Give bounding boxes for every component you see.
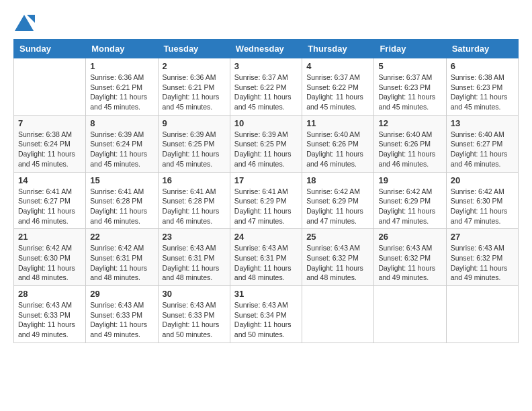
- calendar-day-cell: 20Sunrise: 6:42 AMSunset: 6:30 PMDayligh…: [446, 172, 518, 229]
- calendar-day-header: Sunday: [14, 40, 86, 58]
- calendar-day-header: Saturday: [446, 40, 518, 58]
- day-number: 29: [90, 289, 153, 299]
- calendar-day-cell: 1Sunrise: 6:36 AMSunset: 6:21 PMDaylight…: [86, 58, 158, 116]
- calendar-day-cell: 4Sunrise: 6:37 AMSunset: 6:22 PMDaylight…: [302, 58, 374, 116]
- day-info: Sunrise: 6:43 AMSunset: 6:32 PMDaylight:…: [378, 243, 441, 283]
- calendar-day-cell: 12Sunrise: 6:40 AMSunset: 6:26 PMDayligh…: [374, 115, 446, 172]
- calendar-day-cell: 29Sunrise: 6:43 AMSunset: 6:33 PMDayligh…: [86, 286, 158, 343]
- day-number: 14: [18, 175, 81, 185]
- calendar-day-header: Tuesday: [158, 40, 230, 58]
- day-info: Sunrise: 6:43 AMSunset: 6:31 PMDaylight:…: [163, 243, 226, 283]
- calendar-day-cell: 30Sunrise: 6:43 AMSunset: 6:33 PMDayligh…: [158, 286, 230, 343]
- calendar-day-cell: 31Sunrise: 6:43 AMSunset: 6:34 PMDayligh…: [230, 286, 302, 343]
- day-number: 12: [378, 118, 441, 128]
- calendar-day-header: Friday: [374, 40, 446, 58]
- day-number: 8: [90, 118, 153, 128]
- day-info: Sunrise: 6:43 AMSunset: 6:33 PMDaylight:…: [163, 300, 226, 340]
- day-info: Sunrise: 6:40 AMSunset: 6:26 PMDaylight:…: [306, 130, 369, 169]
- calendar-day-cell: 16Sunrise: 6:41 AMSunset: 6:28 PMDayligh…: [158, 172, 230, 229]
- day-info: Sunrise: 6:42 AMSunset: 6:31 PMDaylight:…: [90, 243, 153, 283]
- day-number: 28: [18, 289, 81, 299]
- calendar-day-cell: 2Sunrise: 6:36 AMSunset: 6:21 PMDaylight…: [158, 58, 230, 116]
- calendar-day-cell: 28Sunrise: 6:43 AMSunset: 6:33 PMDayligh…: [14, 286, 86, 343]
- calendar-day-cell: 7Sunrise: 6:38 AMSunset: 6:24 PMDaylight…: [14, 115, 86, 172]
- calendar-day-cell: 14Sunrise: 6:41 AMSunset: 6:27 PMDayligh…: [14, 172, 86, 229]
- calendar-day-header: Monday: [86, 40, 158, 58]
- day-info: Sunrise: 6:37 AMSunset: 6:22 PMDaylight:…: [306, 73, 369, 112]
- calendar-week-row: 14Sunrise: 6:41 AMSunset: 6:27 PMDayligh…: [14, 172, 519, 229]
- day-number: 10: [234, 118, 298, 128]
- page-header: [13, 13, 519, 32]
- calendar-week-row: 28Sunrise: 6:43 AMSunset: 6:33 PMDayligh…: [14, 286, 519, 343]
- calendar-day-cell: 11Sunrise: 6:40 AMSunset: 6:26 PMDayligh…: [302, 115, 374, 172]
- day-number: 31: [234, 289, 298, 299]
- day-number: 21: [18, 232, 81, 242]
- day-info: Sunrise: 6:42 AMSunset: 6:29 PMDaylight:…: [378, 187, 441, 226]
- day-info: Sunrise: 6:41 AMSunset: 6:28 PMDaylight:…: [163, 187, 226, 226]
- calendar-day-cell: 19Sunrise: 6:42 AMSunset: 6:29 PMDayligh…: [374, 172, 446, 229]
- day-info: Sunrise: 6:37 AMSunset: 6:23 PMDaylight:…: [378, 73, 441, 112]
- day-info: Sunrise: 6:39 AMSunset: 6:25 PMDaylight:…: [163, 130, 226, 169]
- day-info: Sunrise: 6:38 AMSunset: 6:24 PMDaylight:…: [18, 130, 81, 169]
- day-info: Sunrise: 6:41 AMSunset: 6:27 PMDaylight:…: [18, 187, 81, 226]
- day-info: Sunrise: 6:43 AMSunset: 6:31 PMDaylight:…: [234, 243, 298, 283]
- calendar-day-cell: 25Sunrise: 6:43 AMSunset: 6:32 PMDayligh…: [302, 229, 374, 286]
- day-info: Sunrise: 6:43 AMSunset: 6:32 PMDaylight:…: [306, 243, 369, 283]
- day-info: Sunrise: 6:42 AMSunset: 6:30 PMDaylight:…: [451, 187, 514, 226]
- calendar-header-row: SundayMondayTuesdayWednesdayThursdayFrid…: [14, 40, 519, 58]
- day-number: 17: [234, 175, 298, 185]
- day-info: Sunrise: 6:37 AMSunset: 6:22 PMDaylight:…: [234, 73, 298, 112]
- day-number: 1: [90, 61, 153, 71]
- day-number: 2: [163, 61, 226, 71]
- day-number: 24: [234, 232, 298, 242]
- day-info: Sunrise: 6:40 AMSunset: 6:26 PMDaylight:…: [378, 130, 441, 169]
- calendar-day-cell: 15Sunrise: 6:41 AMSunset: 6:28 PMDayligh…: [86, 172, 158, 229]
- calendar-day-cell: 10Sunrise: 6:39 AMSunset: 6:25 PMDayligh…: [230, 115, 302, 172]
- day-info: Sunrise: 6:41 AMSunset: 6:28 PMDaylight:…: [90, 187, 153, 226]
- calendar-day-cell: 24Sunrise: 6:43 AMSunset: 6:31 PMDayligh…: [230, 229, 302, 286]
- calendar-day-cell: 17Sunrise: 6:41 AMSunset: 6:29 PMDayligh…: [230, 172, 302, 229]
- day-info: Sunrise: 6:36 AMSunset: 6:21 PMDaylight:…: [163, 73, 226, 112]
- day-info: Sunrise: 6:43 AMSunset: 6:33 PMDaylight:…: [90, 300, 153, 340]
- day-info: Sunrise: 6:41 AMSunset: 6:29 PMDaylight:…: [234, 187, 298, 226]
- day-info: Sunrise: 6:43 AMSunset: 6:32 PMDaylight:…: [451, 243, 514, 283]
- day-info: Sunrise: 6:42 AMSunset: 6:29 PMDaylight:…: [306, 187, 369, 226]
- day-info: Sunrise: 6:39 AMSunset: 6:24 PMDaylight:…: [90, 130, 153, 169]
- day-number: 4: [306, 61, 369, 71]
- day-number: 18: [306, 175, 369, 185]
- day-number: 9: [163, 118, 226, 128]
- day-number: 3: [234, 61, 298, 71]
- calendar-day-cell: 9Sunrise: 6:39 AMSunset: 6:25 PMDaylight…: [158, 115, 230, 172]
- calendar-week-row: 21Sunrise: 6:42 AMSunset: 6:30 PMDayligh…: [14, 229, 519, 286]
- day-number: 22: [90, 232, 153, 242]
- day-number: 16: [163, 175, 226, 185]
- day-number: 7: [18, 118, 81, 128]
- calendar-week-row: 1Sunrise: 6:36 AMSunset: 6:21 PMDaylight…: [14, 58, 519, 116]
- calendar-day-header: Wednesday: [230, 40, 302, 58]
- calendar-day-cell: 13Sunrise: 6:40 AMSunset: 6:27 PMDayligh…: [446, 115, 518, 172]
- day-number: 19: [378, 175, 441, 185]
- day-info: Sunrise: 6:43 AMSunset: 6:33 PMDaylight:…: [18, 300, 81, 340]
- calendar-day-cell: 26Sunrise: 6:43 AMSunset: 6:32 PMDayligh…: [374, 229, 446, 286]
- day-number: 27: [451, 232, 514, 242]
- day-info: Sunrise: 6:38 AMSunset: 6:23 PMDaylight:…: [451, 73, 514, 112]
- day-number: 20: [451, 175, 514, 185]
- calendar-day-header: Thursday: [302, 40, 374, 58]
- calendar-day-cell: 18Sunrise: 6:42 AMSunset: 6:29 PMDayligh…: [302, 172, 374, 229]
- logo-icon: [13, 13, 35, 32]
- day-number: 30: [163, 289, 226, 299]
- day-number: 23: [163, 232, 226, 242]
- calendar-day-cell: 3Sunrise: 6:37 AMSunset: 6:22 PMDaylight…: [230, 58, 302, 116]
- calendar-day-cell: [302, 286, 374, 343]
- day-info: Sunrise: 6:39 AMSunset: 6:25 PMDaylight:…: [234, 130, 298, 169]
- calendar-table: SundayMondayTuesdayWednesdayThursdayFrid…: [13, 39, 519, 343]
- day-number: 15: [90, 175, 153, 185]
- day-info: Sunrise: 6:40 AMSunset: 6:27 PMDaylight:…: [451, 130, 514, 169]
- calendar-day-cell: 22Sunrise: 6:42 AMSunset: 6:31 PMDayligh…: [86, 229, 158, 286]
- calendar-day-cell: 8Sunrise: 6:39 AMSunset: 6:24 PMDaylight…: [86, 115, 158, 172]
- calendar-day-cell: 6Sunrise: 6:38 AMSunset: 6:23 PMDaylight…: [446, 58, 518, 116]
- calendar-day-cell: 21Sunrise: 6:42 AMSunset: 6:30 PMDayligh…: [14, 229, 86, 286]
- day-number: 5: [378, 61, 441, 71]
- day-info: Sunrise: 6:36 AMSunset: 6:21 PMDaylight:…: [90, 73, 153, 112]
- calendar-day-cell: [374, 286, 446, 343]
